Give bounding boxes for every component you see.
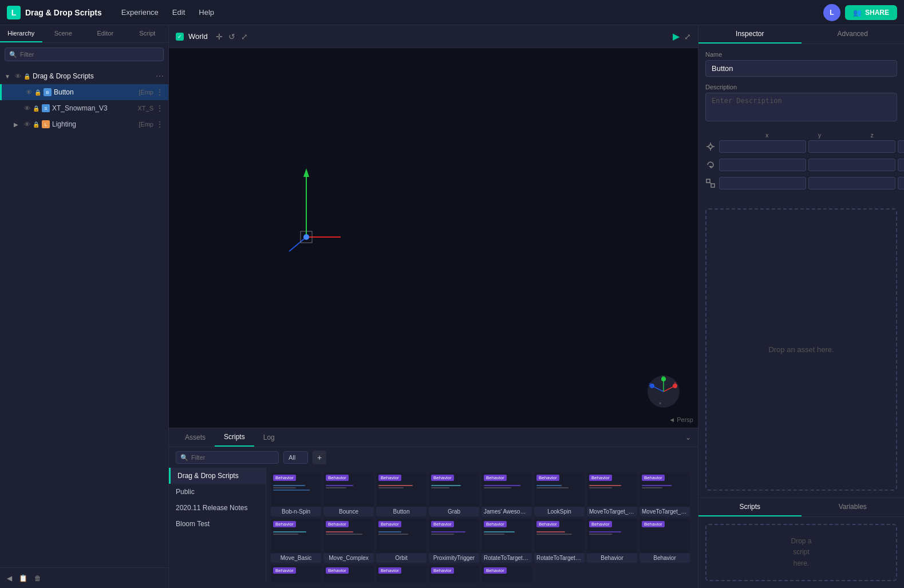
- script-card-rotatetotarget-c[interactable]: Behavior RotateToTarget_C...: [534, 519, 585, 563]
- rotation-z[interactable]: 0: [898, 159, 904, 171]
- script-card-james[interactable]: Behavior James' Awesome s...: [481, 472, 532, 516]
- nav-edit[interactable]: Edit: [167, 6, 191, 19]
- script-card-move-basic[interactable]: Behavior Move_Basic: [271, 519, 321, 563]
- sidebar-item-release-notes[interactable]: 2020.11 Release Notes: [169, 500, 266, 516]
- scale-z[interactable]: 1: [898, 177, 904, 190]
- tab-scene[interactable]: Scene: [42, 25, 85, 42]
- sidebar-item-public[interactable]: Public: [169, 484, 266, 500]
- tree-item-snowman[interactable]: 👁 🔒 S XT_Snowman_V3 XT_S ⋮: [0, 100, 168, 116]
- search-row: 🔍: [0, 43, 168, 66]
- scripts-search[interactable]: [176, 451, 279, 464]
- delete-icon[interactable]: 🗑: [34, 574, 41, 582]
- navigation-gizmo[interactable]: X Y Z ×: [646, 374, 681, 411]
- position-y[interactable]: 0.61659: [808, 140, 895, 153]
- tab-advanced[interactable]: Advanced: [802, 25, 905, 44]
- add-icon[interactable]: ◀: [7, 574, 12, 582]
- script-card-movetotarget-ba[interactable]: Behavior MoveToTarget_Ba...: [587, 472, 637, 516]
- script-preview: Behavior: [323, 565, 374, 582]
- scale-x[interactable]: 1: [719, 177, 806, 190]
- script-card-r3-5[interactable]: Behavior Behavior: [376, 565, 427, 582]
- tree-root-label: Drag & Drop Scripts: [33, 72, 153, 80]
- share-button[interactable]: 👥 SHARE: [845, 5, 897, 20]
- tree-item-root[interactable]: ▼ 👁 🔒 Drag & Drop Scripts ⋯: [0, 68, 168, 84]
- lock-icon[interactable]: 🔒: [33, 121, 40, 128]
- script-card-orbit[interactable]: Behavior Orbit: [376, 519, 427, 563]
- tree-more-icon[interactable]: ⋮: [156, 88, 164, 97]
- tree-more-icon[interactable]: ⋯: [156, 72, 164, 81]
- category-select[interactable]: All: [283, 451, 308, 464]
- right-panel: Inspector Advanced Name Description x y …: [698, 25, 904, 588]
- tab-assets[interactable]: Assets: [176, 429, 215, 446]
- rotation-y[interactable]: 0: [808, 159, 895, 171]
- world-checkbox[interactable]: ✓: [176, 33, 184, 41]
- visibility-icon[interactable]: 👁: [15, 73, 21, 80]
- lock-icon[interactable]: 🔒: [34, 89, 41, 96]
- transform-gizmo: [272, 163, 341, 254]
- scale-y[interactable]: 1: [808, 177, 895, 190]
- nav-help[interactable]: Help: [193, 6, 220, 19]
- tree-more-icon[interactable]: ⋮: [156, 120, 164, 129]
- script-card-bob-n-spin[interactable]: Behavior Bob-n-Spin: [271, 472, 321, 516]
- visibility-icon[interactable]: 👁: [24, 105, 30, 112]
- play-button[interactable]: ▶: [673, 31, 680, 42]
- visibility-icon[interactable]: 👁: [26, 89, 32, 96]
- move-tool[interactable]: ✛: [215, 31, 224, 42]
- script-card-r3-1[interactable]: Behavior Behavior: [587, 519, 637, 563]
- tab-script[interactable]: Script: [127, 25, 169, 42]
- copy-icon[interactable]: 📋: [19, 574, 27, 582]
- script-label: Bob-n-Spin: [271, 507, 321, 516]
- sidebar-item-bloom-test[interactable]: Bloom Test: [169, 516, 266, 532]
- name-label: Name: [705, 51, 897, 58]
- script-card-r3-7[interactable]: Behavior Behavior: [481, 565, 532, 582]
- tab-scripts[interactable]: Scripts: [215, 428, 254, 447]
- tree-item-button[interactable]: 👁 🔒 B Button [Emp ⋮: [0, 84, 168, 100]
- hierarchy-search[interactable]: [5, 48, 164, 61]
- sidebar-item-drag-drop[interactable]: Drag & Drop Scripts: [169, 468, 266, 484]
- chevron-down-icon: ▼: [5, 73, 13, 80]
- position-z[interactable]: 1.21607: [898, 140, 904, 153]
- script-card-proximitytrigger[interactable]: Behavior ProximityTrigger: [429, 519, 479, 563]
- name-input[interactable]: [705, 60, 897, 77]
- position-row: 0.33097 0.61659 1.21607: [705, 140, 897, 153]
- script-card-grab[interactable]: Behavior Grab: [429, 472, 479, 516]
- tab-inspector[interactable]: Inspector: [698, 25, 802, 44]
- rotate-tool[interactable]: ↺: [227, 31, 236, 42]
- description-input[interactable]: [705, 93, 897, 121]
- tree-more-icon[interactable]: ⋮: [156, 104, 164, 113]
- behavior-tag: Behavior: [273, 475, 296, 481]
- script-card-r3-6[interactable]: Behavior Behavior: [429, 565, 479, 582]
- scale-tool[interactable]: ⤢: [240, 31, 249, 42]
- position-inputs: 0.33097 0.61659 1.21607: [719, 140, 904, 153]
- add-script-button[interactable]: +: [313, 451, 326, 464]
- tree-item-lighting[interactable]: ▶ 👁 🔒 L Lighting [Emp ⋮: [0, 116, 168, 132]
- visibility-icon[interactable]: 👁: [24, 121, 30, 128]
- expand-icon[interactable]: ⤢: [684, 32, 691, 41]
- script-card-button[interactable]: Behavior Button: [376, 472, 427, 516]
- position-x[interactable]: 0.33097: [719, 140, 806, 153]
- collapse-icon[interactable]: ⌄: [685, 433, 691, 441]
- tab-editor[interactable]: Editor: [84, 25, 127, 42]
- world-label: World: [188, 32, 208, 41]
- svg-line-49: [710, 183, 711, 184]
- script-card-r3-3[interactable]: Behavior Behavior: [271, 565, 321, 582]
- tab-log[interactable]: Log: [254, 429, 284, 446]
- svg-text:Z: Z: [649, 382, 652, 386]
- script-card-bounce[interactable]: Behavior Bounce: [323, 472, 374, 516]
- script-card-r3-4[interactable]: Behavior Behavior: [323, 565, 374, 582]
- script-card-lookspin[interactable]: Behavior LookSpin: [534, 472, 585, 516]
- asset-drop-zone[interactable]: Drop an asset here.: [705, 208, 897, 491]
- behavior-tag: Behavior: [642, 521, 665, 527]
- nav-experience[interactable]: Experience: [116, 6, 164, 19]
- script-card-rotatetotarget-b[interactable]: Behavior RotateToTarget_B...: [481, 519, 532, 563]
- tab-variables[interactable]: Variables: [802, 498, 905, 516]
- script-card-r3-2[interactable]: Behavior Behavior: [639, 519, 690, 563]
- script-drop-zone[interactable]: Drop a script here.: [705, 524, 897, 581]
- script-card-movetotarget-co[interactable]: Behavior MoveToTarget_Co...: [639, 472, 690, 516]
- tab-scripts-bottom[interactable]: Scripts: [698, 498, 802, 516]
- tab-hierarchy[interactable]: Hierarchy: [0, 25, 42, 42]
- rotation-x[interactable]: 0: [719, 159, 806, 171]
- script-card-move-complex[interactable]: Behavior Move_Complex: [323, 519, 374, 563]
- lock-icon[interactable]: 🔒: [33, 105, 40, 112]
- lock-icon[interactable]: 🔒: [23, 73, 30, 80]
- tree-button-label: Button: [54, 88, 135, 96]
